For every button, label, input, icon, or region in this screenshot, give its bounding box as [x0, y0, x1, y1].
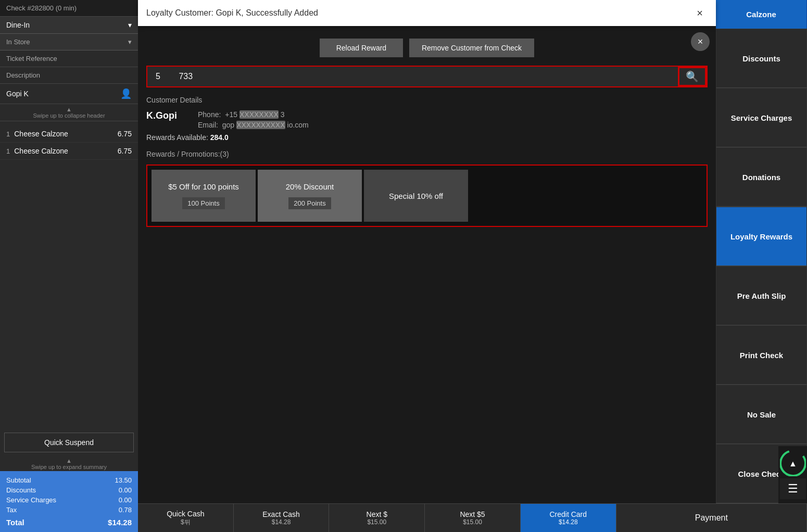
sidebar-item-no-sale[interactable]: No Sale	[716, 385, 807, 444]
swipe-expand-hint: ▲ Swipe up to expand summary	[0, 457, 138, 471]
customer-info-row: K.Gopi Phone: +15XXXXXXXX3 Email: gopXXX…	[146, 110, 708, 129]
left-sidebar: Check #282800 (0 min) Dine-In ▾ In Store…	[0, 0, 138, 532]
customer-phone: Phone: +15XXXXXXXX3	[198, 110, 311, 119]
modal-action-row: Reload Reward Remove Customer from Check	[146, 39, 708, 57]
reward-card-2[interactable]: Special 10% off	[364, 170, 468, 222]
discounts-row: Discounts 0.00	[6, 485, 132, 495]
customer-search-row: 🔍	[146, 66, 708, 87]
sidebar-item-discounts[interactable]: Discounts	[716, 29, 807, 88]
customer-email: Email: gopXXXXXXXXXXio.com	[198, 121, 311, 129]
phone-blurred: XXXXXXXX	[239, 110, 279, 119]
notification-close-button[interactable]: ×	[692, 5, 708, 21]
customer-row: Gopi K 👤	[0, 84, 138, 104]
reward-name-0: $5 Off for 100 points	[168, 182, 239, 191]
rewards-grid: $5 Off for 100 points 100 Points 20% Dis…	[146, 164, 708, 227]
phone-label: Phone:	[198, 110, 221, 119]
reward-name-1: 20% Discount	[286, 182, 334, 191]
chevron-down-icon: ▾	[128, 21, 132, 29]
sidebar-item-pre-auth-slip[interactable]: Pre Auth Slip	[716, 266, 807, 325]
reward-points-1: 200 Points	[288, 197, 331, 209]
chevron-down-icon: ▾	[128, 38, 132, 46]
search-button[interactable]: 🔍	[678, 67, 707, 86]
check-header: Check #282800 (0 min)	[0, 0, 138, 17]
sidebar-item-loyalty-rewards[interactable]: Loyalty Rewards	[716, 207, 807, 266]
corner-buttons: ▲ ☰	[778, 446, 807, 503]
in-store-selector[interactable]: In Store ▾	[0, 34, 138, 50]
rewards-promotions-label: Rewards / Promotions:(3)	[146, 150, 708, 158]
email-blurred: XXXXXXXXXX	[236, 121, 285, 129]
loyalty-modal: × Reload Reward Remove Customer from Che…	[138, 26, 716, 503]
dine-in-selector[interactable]: Dine-In ▾	[0, 17, 138, 34]
sidebar-item-service-charges[interactable]: Service Charges	[716, 88, 807, 147]
reward-card-1[interactable]: 20% Discount 200 Points	[258, 170, 362, 222]
payment-bar: Quick Cash $뒤 Exact Cash $14.28 Next $ $…	[138, 503, 807, 532]
quick-suspend-button[interactable]: Quick Suspend	[4, 433, 134, 452]
description-field[interactable]: Description	[0, 67, 138, 84]
order-items-list: 1 Cheese Calzone 6.75 1 Cheese Calzone 6…	[0, 121, 138, 428]
next-five-button[interactable]: Next $5 $15.00	[425, 504, 521, 532]
modal-close-button[interactable]: ×	[691, 32, 710, 51]
scroll-up-button[interactable]: ▲	[780, 450, 806, 476]
reward-points-0: 100 Points	[182, 197, 224, 209]
collapse-hint: ▲ Swipe up to collapse header	[0, 104, 138, 121]
service-charges-row: Service Charges 0.00	[6, 495, 132, 505]
credit-card-button[interactable]: Credit Card $14.28	[521, 504, 616, 532]
right-menu: Discounts Service Charges Donations Loya…	[716, 29, 807, 503]
customer-name: K.Gopi	[146, 110, 177, 121]
sidebar-item-donations[interactable]: Donations	[716, 147, 807, 207]
sidebar-item-print-check[interactable]: Print Check	[716, 325, 807, 385]
notification-text: Loyalty Customer: Gopi K, Successfully A…	[146, 8, 692, 18]
total-row: Total $14.28	[6, 517, 132, 528]
email-label: Email:	[198, 121, 218, 129]
exact-cash-button[interactable]: Exact Cash $14.28	[234, 504, 330, 532]
svg-text:▲: ▲	[789, 459, 797, 468]
reward-name-2: Special 10% off	[389, 192, 443, 200]
quick-cash-button[interactable]: Quick Cash $뒤	[138, 504, 234, 532]
hamburger-menu-button[interactable]: ☰	[780, 478, 806, 499]
customer-icon: 👤	[120, 88, 132, 99]
customer-details-label: Customer Details	[146, 96, 708, 104]
ticket-reference-field[interactable]: Ticket Reference	[0, 50, 138, 67]
payment-label: Payment	[616, 504, 807, 532]
tab-calzone[interactable]: Calzone	[716, 0, 807, 29]
customer-search-input[interactable]	[147, 67, 678, 86]
tax-row: Tax 0.78	[6, 505, 132, 515]
notification-banner: Loyalty Customer: Gopi K, Successfully A…	[138, 0, 716, 26]
remove-customer-button[interactable]: Remove Customer from Check	[409, 39, 534, 57]
table-row[interactable]: 1 Cheese Calzone 6.75	[0, 125, 138, 143]
reward-card-0[interactable]: $5 Off for 100 points 100 Points	[152, 170, 256, 222]
reload-reward-button[interactable]: Reload Reward	[320, 39, 403, 57]
next-dollar-button[interactable]: Next $ $15.00	[329, 504, 425, 532]
search-icon: 🔍	[686, 70, 699, 83]
subtotal-row: Subtotal 13.50	[6, 475, 132, 485]
rewards-available: Rewards Available: 284.0	[146, 133, 708, 142]
table-row[interactable]: 1 Cheese Calzone 6.75	[0, 143, 138, 160]
totals-section: Subtotal 13.50 Discounts 0.00 Service Ch…	[0, 471, 138, 532]
hamburger-icon: ☰	[788, 482, 798, 496]
